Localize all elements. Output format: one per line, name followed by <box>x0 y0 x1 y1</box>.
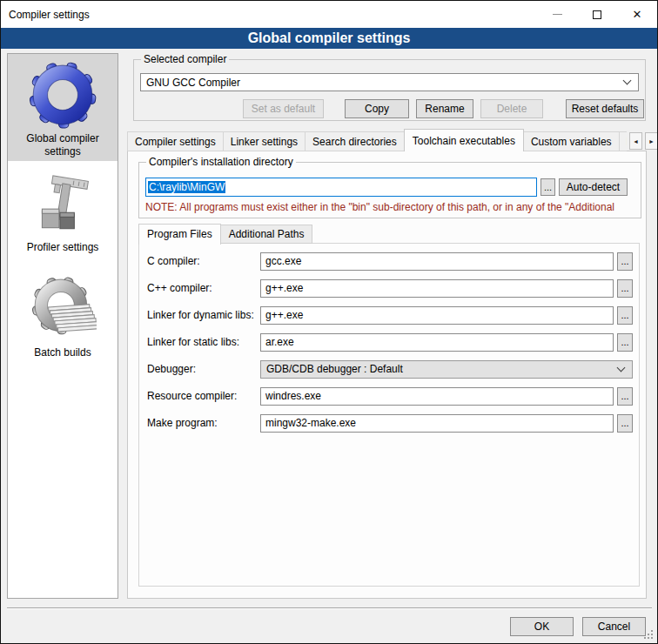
field-label: C compiler: <box>147 255 258 267</box>
resource-compiler-browse-button[interactable]: ... <box>617 387 633 406</box>
sidebar-item-profiler-settings[interactable]: Profiler settings <box>8 170 118 254</box>
compiler-actions: Set as default Copy Rename Delete Reset … <box>243 99 644 118</box>
sidebar-item-batch-builds[interactable]: Batch builds <box>8 275 118 359</box>
static-linker-browse-button[interactable]: ... <box>617 333 633 352</box>
tab-toolchain-executables[interactable]: Toolchain executables <box>404 129 524 151</box>
maximize-icon <box>593 10 601 19</box>
window-controls: ✕ <box>537 1 657 28</box>
row-resource-compiler: Resource compiler: ... <box>139 386 639 406</box>
field-label: Make program: <box>147 417 258 429</box>
chevron-down-icon <box>623 77 632 85</box>
maximize-button[interactable] <box>577 1 617 28</box>
row-c-compiler: C compiler: ... <box>139 252 639 271</box>
make-program-browse-button[interactable]: ... <box>617 414 633 433</box>
tab-compiler-settings[interactable]: Compiler settings <box>127 131 224 151</box>
dynamic-linker-browse-button[interactable]: ... <box>617 306 633 325</box>
installation-directory-browse-button[interactable]: ... <box>540 178 555 196</box>
sidebar-item-label: Profiler settings <box>24 241 103 254</box>
resize-grip[interactable] <box>651 637 653 639</box>
selected-compiler-value: GNU GCC Compiler <box>146 77 240 89</box>
page-title: Global compiler settings <box>1 28 657 49</box>
groupbox-legend: Selected compiler <box>141 53 229 66</box>
tab-scroll-left-icon: ◄ <box>633 138 639 144</box>
groupbox-legend: Compiler's installation directory <box>146 156 296 169</box>
main-panel: Selected compiler GNU GCC Compiler Set a… <box>126 53 652 600</box>
row-make-program: Make program: ... <box>139 413 639 433</box>
tab-additional-paths[interactable]: Additional Paths <box>220 225 313 244</box>
settings-tabbar: Compiler settings Linker settings Search… <box>127 127 627 151</box>
debugger-value: GDB/CDB debugger : Default <box>266 363 403 375</box>
program-files-panel: C compiler: ... C++ compiler: ... Linker… <box>138 243 640 587</box>
tab-linker-settings[interactable]: Linker settings <box>223 131 306 151</box>
chevron-down-icon <box>617 363 626 372</box>
caliper-icon <box>29 170 97 238</box>
installation-directory-groupbox: Compiler's installation directory C:\ray… <box>138 162 641 218</box>
tab-scroll-right-button[interactable]: ► <box>645 132 658 150</box>
row-dynamic-linker: Linker for dynamic libs: ... <box>139 305 639 325</box>
row-debugger: Debugger: GDB/CDB debugger : Default <box>139 359 639 379</box>
minimize-button[interactable] <box>537 1 577 28</box>
selected-compiler-groupbox: Selected compiler GNU GCC Compiler Set a… <box>133 59 646 121</box>
window-title: Compiler settings <box>9 9 90 21</box>
minimize-icon <box>553 14 562 15</box>
rename-button[interactable]: Rename <box>416 99 473 118</box>
blue-gear-icon <box>29 61 97 129</box>
delete-button[interactable]: Delete <box>480 99 543 118</box>
auto-detect-button[interactable]: Auto-detect <box>559 178 628 196</box>
cancel-button[interactable]: Cancel <box>582 617 646 636</box>
sidebar-item-label: Batch builds <box>30 346 94 359</box>
tab-build-options[interactable]: Build options <box>619 131 627 151</box>
installation-note: NOTE: All programs must exist either in … <box>145 201 638 213</box>
program-files-tabbar: Program Files Additional Paths <box>138 222 312 244</box>
field-label: Linker for static libs: <box>147 336 258 348</box>
gray-gear-stack-icon <box>29 275 97 343</box>
settings-sidebar: Global compiler settings Profiler settin… <box>7 53 118 599</box>
tab-custom-variables[interactable]: Custom variables <box>523 131 620 151</box>
compiler-settings-dialog: Compiler settings ✕ Global compiler sett… <box>0 0 658 644</box>
close-button[interactable]: ✕ <box>617 1 657 28</box>
row-static-linker: Linker for static libs: ... <box>139 332 639 352</box>
field-label: Debugger: <box>147 363 258 375</box>
sidebar-item-global-compiler-settings[interactable]: Global compiler settings <box>8 54 118 161</box>
field-label: Linker for dynamic libs: <box>147 309 258 321</box>
cpp-compiler-input[interactable] <box>260 279 614 298</box>
cpp-compiler-browse-button[interactable]: ... <box>617 279 633 298</box>
copy-button[interactable]: Copy <box>345 99 409 118</box>
installation-directory-input[interactable]: C:\raylib\MinGW <box>145 178 537 197</box>
debugger-select[interactable]: GDB/CDB debugger : Default <box>260 360 633 379</box>
titlebar[interactable]: Compiler settings ✕ <box>1 1 657 28</box>
reset-defaults-button[interactable]: Reset defaults <box>566 99 644 118</box>
toolchain-executables-page: Compiler's installation directory C:\ray… <box>127 151 647 599</box>
field-label: Resource compiler: <box>147 390 258 402</box>
selected-compiler-combo[interactable]: GNU GCC Compiler <box>140 73 639 91</box>
close-icon: ✕ <box>633 9 642 20</box>
tab-scroll-left-button[interactable]: ◄ <box>629 132 642 150</box>
tab-program-files[interactable]: Program Files <box>138 224 221 245</box>
dynamic-linker-input[interactable] <box>260 306 614 325</box>
tab-scroll-buttons: ◄ ► <box>629 132 658 150</box>
footer-separator <box>7 607 652 609</box>
sidebar-item-label: Global compiler settings <box>8 132 118 158</box>
field-label: C++ compiler: <box>147 282 258 294</box>
installation-directory-value: C:\raylib\MinGW <box>148 181 225 193</box>
c-compiler-browse-button[interactable]: ... <box>617 252 633 271</box>
tab-scroll-right-icon: ► <box>648 138 655 144</box>
static-linker-input[interactable] <box>260 333 614 352</box>
c-compiler-input[interactable] <box>260 252 614 271</box>
set-as-default-button[interactable]: Set as default <box>243 99 324 118</box>
row-cpp-compiler: C++ compiler: ... <box>139 278 639 298</box>
tab-search-directories[interactable]: Search directories <box>305 131 405 151</box>
make-program-input[interactable] <box>260 414 614 433</box>
ok-button[interactable]: OK <box>510 617 574 636</box>
resource-compiler-input[interactable] <box>260 387 614 406</box>
